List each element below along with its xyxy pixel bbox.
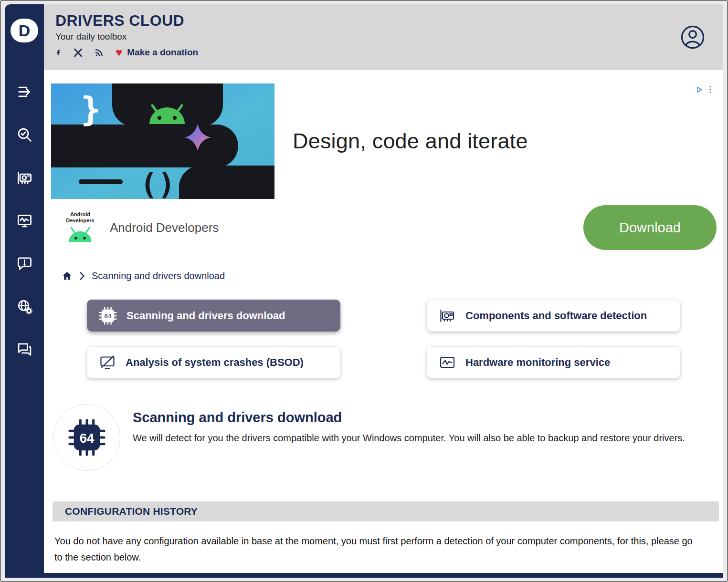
- crashed-monitor-icon: [99, 354, 116, 371]
- footer-strip: [44, 573, 723, 578]
- breadcrumb: Scanning and drivers download: [62, 270, 723, 281]
- avatar-caption: Android Developers: [63, 211, 97, 223]
- facebook-icon[interactable]: [55, 47, 62, 58]
- app-window: D: [0, 0, 728, 582]
- gpu-card-icon[interactable]: [15, 168, 34, 187]
- nav-button-bsod[interactable]: Analysis of system crashes (BSOD): [87, 346, 340, 378]
- section-text: Scanning and drivers download We will de…: [133, 404, 685, 471]
- donation-label: Make a donation: [127, 47, 198, 58]
- cpu-64-icon: 64: [99, 307, 117, 325]
- sidebar-nav: [15, 82, 34, 359]
- ad-banner[interactable]: } () Design, code and iterate: [51, 83, 719, 199]
- section-description: We will detect for you the drivers compa…: [133, 430, 685, 446]
- heart-icon: ♥: [116, 47, 122, 58]
- social-row: ♥ Make a donation: [55, 47, 723, 58]
- monitor-graph-icon: [439, 354, 456, 371]
- nav-button-label: Scanning and drivers download: [127, 310, 285, 322]
- profile-button[interactable]: [680, 25, 705, 50]
- logo-letter: D: [19, 21, 31, 40]
- adchoices-icon[interactable]: [696, 86, 703, 94]
- forum-icon[interactable]: [15, 340, 34, 359]
- section-title: Scanning and drivers download: [133, 410, 685, 426]
- header: DRIVERS CLOUD Your daily toolbox ♥: [44, 4, 723, 70]
- svg-text:}: }: [81, 90, 101, 129]
- window: D: [5, 4, 723, 578]
- ad-badges: ⋮: [696, 85, 714, 94]
- driverscloud-logo[interactable]: D: [11, 19, 38, 42]
- nav-button-scanning[interactable]: 64 Scanning and drivers download: [87, 300, 340, 332]
- advertiser-avatar[interactable]: Android Developers: [59, 211, 101, 243]
- configuration-history-empty-message: You do not have any configuration availa…: [54, 533, 695, 565]
- svg-text:64: 64: [105, 312, 112, 320]
- ad-options-icon[interactable]: ⋮: [706, 85, 714, 94]
- section-intro: 64 Scanning and drivers download We will…: [53, 404, 714, 471]
- breadcrumb-current: Scanning and drivers download: [92, 270, 225, 281]
- x-icon[interactable]: [74, 48, 83, 57]
- configuration-history-bar: CONFIGURATION HISTORY: [53, 501, 719, 521]
- search-check-icon[interactable]: [15, 125, 34, 144]
- svg-text:64: 64: [80, 431, 95, 446]
- service-buttons: 64 Scanning and drivers download Compone…: [87, 300, 680, 378]
- ad-text-area: Design, code and iterate: [274, 83, 719, 199]
- download-button[interactable]: Download: [583, 205, 717, 250]
- expand-menu-icon[interactable]: [15, 82, 34, 101]
- sidebar: D: [5, 4, 44, 578]
- chevron-right-icon: [79, 271, 85, 281]
- home-icon[interactable]: [62, 270, 73, 281]
- advertiser-name: Android Developers: [110, 220, 219, 235]
- globe-gear-icon[interactable]: [15, 297, 34, 316]
- section-cpu-64-icon: 64: [53, 404, 120, 471]
- configuration-history-heading: CONFIGURATION HISTORY: [65, 506, 198, 517]
- nav-button-label: Analysis of system crashes (BSOD): [126, 356, 304, 369]
- donation-link[interactable]: ♥ Make a donation: [116, 47, 198, 58]
- nav-button-monitoring[interactable]: Hardware monitoring service: [427, 346, 680, 378]
- nav-button-label: Hardware monitoring service: [465, 356, 610, 369]
- monitor-pulse-icon[interactable]: [15, 211, 34, 230]
- ad-image[interactable]: } (): [51, 83, 274, 199]
- android-avatar-icon: [66, 225, 94, 244]
- main-column: DRIVERS CLOUD Your daily toolbox ♥: [44, 4, 723, 578]
- feedback-bubble-icon[interactable]: [15, 254, 34, 273]
- site-title: DRIVERS CLOUD: [55, 12, 723, 30]
- gpu-card-icon: [439, 307, 456, 324]
- site-subtitle: Your daily toolbox: [55, 31, 723, 42]
- nav-button-components[interactable]: Components and software detection: [427, 300, 680, 332]
- svg-text:(): (): [140, 166, 176, 199]
- main-content: } () Design, code and iterate: [44, 70, 723, 578]
- android-head-graphic: [149, 105, 185, 124]
- rss-icon[interactable]: [94, 48, 104, 58]
- ad-headline[interactable]: Design, code and iterate: [293, 129, 528, 154]
- advertiser-row: Android Developers Android Developers Do…: [59, 205, 717, 250]
- nav-button-label: Components and software detection: [465, 310, 647, 322]
